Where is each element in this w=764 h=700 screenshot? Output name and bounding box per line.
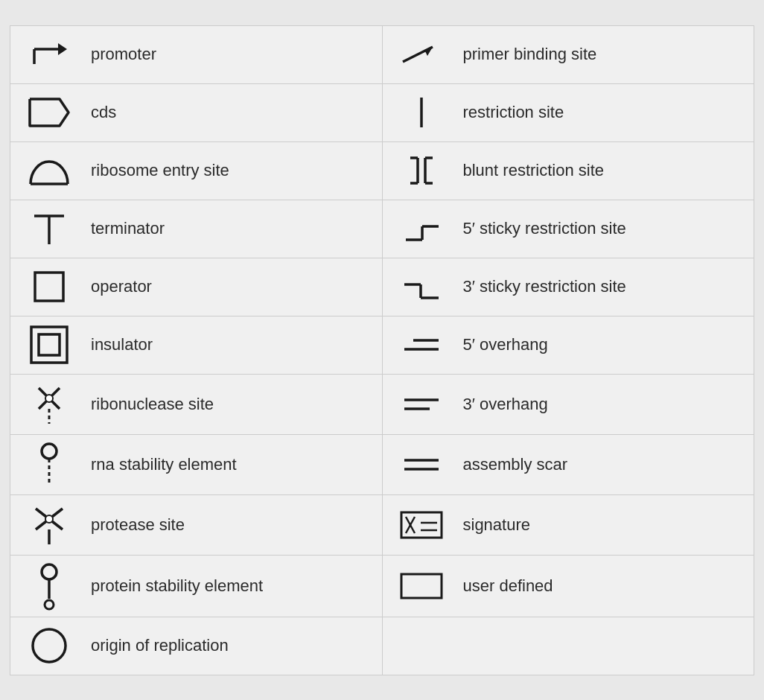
protease-site-label: protease site bbox=[91, 515, 185, 535]
svg-rect-48 bbox=[401, 574, 442, 598]
assembly-scar-label: assembly scar bbox=[463, 455, 568, 474]
three-overhang-label: 3′ overhang bbox=[463, 395, 548, 414]
ribonuclease-site-icon bbox=[24, 382, 74, 427]
svg-point-47 bbox=[45, 600, 54, 609]
rna-stability-icon bbox=[24, 442, 74, 487]
restriction-site-icon bbox=[396, 94, 447, 131]
restriction-site-label: restriction site bbox=[463, 103, 564, 122]
user-defined-label: user defined bbox=[463, 576, 553, 596]
protease-site-icon bbox=[24, 503, 74, 547]
ribosome-entry-site-icon bbox=[24, 154, 74, 187]
cell-restriction-site: restriction site bbox=[383, 84, 754, 141]
cell-empty bbox=[383, 617, 754, 675]
five-sticky-icon bbox=[396, 210, 447, 247]
cell-three-overhang: 3′ overhang bbox=[383, 375, 754, 434]
five-sticky-label: 5′ sticky restriction site bbox=[463, 219, 626, 238]
cell-terminator: terminator bbox=[10, 200, 382, 258]
five-overhang-label: 5′ overhang bbox=[463, 335, 548, 354]
cell-five-overhang: 5′ overhang bbox=[383, 316, 754, 374]
cell-cds: cds bbox=[10, 84, 382, 141]
operator-icon bbox=[24, 268, 74, 305]
terminator-label: terminator bbox=[91, 219, 165, 238]
signature-icon bbox=[396, 508, 447, 542]
three-sticky-icon bbox=[396, 268, 447, 305]
svg-rect-23 bbox=[39, 334, 60, 355]
cell-operator: operator bbox=[10, 258, 382, 316]
user-defined-icon bbox=[396, 570, 447, 602]
operator-label: operator bbox=[91, 277, 152, 296]
blunt-restriction-site-label: blunt restriction site bbox=[463, 161, 605, 180]
cds-icon bbox=[24, 96, 74, 129]
signature-label: signature bbox=[463, 515, 531, 535]
cell-three-sticky: 3′ sticky restriction site bbox=[383, 258, 754, 316]
insulator-label: insulator bbox=[91, 335, 153, 354]
protein-stability-icon bbox=[24, 563, 74, 609]
svg-rect-40 bbox=[401, 512, 442, 538]
svg-rect-18 bbox=[35, 273, 63, 301]
svg-point-32 bbox=[42, 444, 57, 459]
three-overhang-icon bbox=[396, 389, 447, 419]
cell-promoter: promoter bbox=[10, 26, 382, 83]
three-sticky-label: 3′ sticky restriction site bbox=[463, 277, 626, 296]
cell-five-sticky: 5′ sticky restriction site bbox=[383, 200, 754, 258]
svg-rect-22 bbox=[31, 327, 67, 363]
cell-ribonuclease-site: ribonuclease site bbox=[10, 375, 382, 434]
five-overhang-icon bbox=[396, 330, 447, 360]
svg-point-49 bbox=[33, 629, 66, 662]
promoter-label: promoter bbox=[91, 45, 156, 64]
cell-user-defined: user defined bbox=[383, 556, 754, 617]
terminator-icon bbox=[24, 209, 74, 249]
cds-label: cds bbox=[91, 103, 116, 122]
svg-point-45 bbox=[42, 564, 57, 579]
rna-stability-label: rna stability element bbox=[91, 455, 237, 474]
cell-blunt-restriction-site: blunt restriction site bbox=[383, 142, 754, 200]
svg-point-38 bbox=[45, 515, 53, 523]
svg-point-28 bbox=[45, 395, 53, 402]
promoter-icon bbox=[24, 36, 74, 73]
ribonuclease-site-label: ribonuclease site bbox=[91, 395, 214, 414]
ribosome-entry-site-label: ribosome entry site bbox=[91, 161, 229, 180]
insulator-icon bbox=[24, 324, 74, 366]
blunt-restriction-site-icon bbox=[396, 152, 447, 189]
cell-protein-stability: protein stability element bbox=[10, 556, 382, 617]
cell-ribosome-entry-site: ribosome entry site bbox=[10, 142, 382, 200]
cell-signature: signature bbox=[383, 495, 754, 555]
origin-replication-label: origin of replication bbox=[91, 636, 229, 655]
protein-stability-label: protein stability element bbox=[91, 576, 263, 596]
primer-binding-site-label: primer binding site bbox=[463, 45, 597, 64]
assembly-scar-icon bbox=[396, 450, 447, 480]
legend-table: promoter primer binding site bbox=[10, 25, 754, 675]
cell-origin-replication: origin of replication bbox=[10, 617, 382, 675]
primer-binding-site-icon bbox=[396, 39, 447, 69]
origin-replication-icon bbox=[24, 626, 74, 666]
cell-primer-binding-site: primer binding site bbox=[383, 26, 754, 83]
cell-insulator: insulator bbox=[10, 316, 382, 374]
cell-rna-stability: rna stability element bbox=[10, 435, 382, 494]
svg-marker-2 bbox=[58, 43, 67, 55]
cell-protease-site: protease site bbox=[10, 495, 382, 555]
cell-assembly-scar: assembly scar bbox=[383, 435, 754, 494]
